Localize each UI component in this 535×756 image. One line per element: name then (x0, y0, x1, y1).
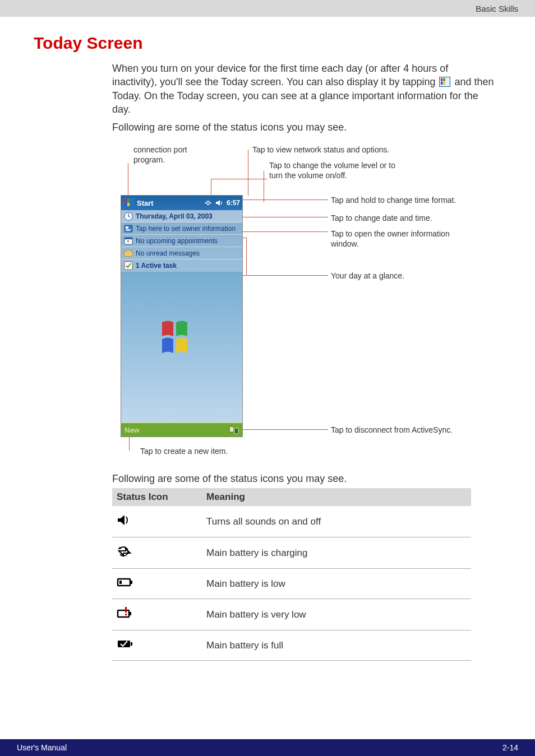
svg-rect-4 (126, 230, 130, 231)
svg-rect-6 (124, 238, 132, 239)
battery-charging-icon (112, 537, 202, 569)
clock-time[interactable]: 6:57 (227, 199, 240, 207)
callout-new-item: Tap to create a new item. (140, 447, 228, 456)
messages-text: No unread messages (136, 249, 200, 257)
header-bar: Basic Skills (0, 0, 535, 17)
tasks-icon (123, 261, 133, 271)
device-background (121, 272, 242, 401)
meaning-cell: Main battery is very low (202, 599, 471, 630)
activesync-icon[interactable] (229, 425, 239, 434)
footer-left: User's Manual (17, 743, 67, 752)
callout-activesync: Tap to disconnect from ActiveSync. (331, 425, 471, 435)
windows-flag-icon (439, 77, 450, 87)
svg-rect-14 (131, 581, 132, 584)
status-icons-intro: Following are some of the status icons y… (112, 120, 496, 134)
device-mockup: Start 6:57 Thursday, April 03, 2003 Tap (121, 196, 242, 437)
owner-info-row[interactable]: Tap here to set owner information (121, 222, 242, 235)
today-screen-diagram: connection port program. Tap to view net… (112, 145, 471, 462)
today-date-text: Thursday, April 03, 2003 (136, 212, 213, 220)
svg-rect-10 (229, 426, 234, 432)
callout-owner-info: Tap to open the owner information window… (331, 229, 471, 249)
page-title: Today Screen (34, 34, 535, 53)
footer-right: 2-14 (502, 743, 518, 752)
svg-rect-11 (234, 428, 238, 434)
start-flag-icon[interactable] (123, 198, 135, 208)
mail-icon (123, 248, 133, 258)
table-row: Main battery is low (112, 569, 471, 599)
table-row: Turns all sounds on and off (112, 506, 471, 537)
callout-volume: Tap to change the volume level or to tur… (269, 161, 398, 180)
callout-network-status: Tap to view network status and options. (252, 145, 398, 155)
meaning-cell: Main battery is full (202, 630, 471, 661)
messages-row[interactable]: No unread messages (121, 247, 242, 259)
owner-info-text: Tap here to set owner information (136, 225, 236, 233)
intro-paragraph: When you turn on your device for the fir… (112, 62, 496, 116)
owner-info-icon (123, 224, 133, 234)
svg-rect-3 (126, 229, 131, 230)
col-meaning: Meaning (202, 488, 471, 506)
svg-rect-20 (118, 641, 130, 647)
table-row: Main battery is charging (112, 537, 471, 569)
meaning-cell: Main battery is low (202, 569, 471, 599)
header-section: Basic Skills (476, 4, 518, 13)
status-icon-table: Status Icon Meaning Turns all sounds on … (112, 488, 471, 661)
svg-rect-7 (127, 240, 129, 242)
footer-bar: User's Manual 2-14 (0, 739, 535, 756)
device-title-bar[interactable]: Start 6:57 (121, 196, 242, 210)
speaker-icon (112, 506, 202, 537)
appointments-text: No upcoming appointments (136, 237, 218, 245)
battery-low-icon (112, 569, 202, 599)
battery-very-low-icon (112, 599, 202, 630)
windows-logo-large-icon (159, 317, 204, 356)
callout-date-time: Tap to change date and time. (331, 214, 471, 224)
col-status-icon: Status Icon (112, 488, 202, 506)
calendar-icon (123, 236, 133, 246)
svg-rect-15 (119, 581, 122, 584)
clock-icon (123, 211, 133, 221)
volume-icon[interactable] (215, 199, 223, 207)
table-row: Main battery is full (112, 630, 471, 661)
svg-rect-21 (131, 642, 132, 646)
meaning-cell: Turns all sounds on and off (202, 506, 471, 537)
tasks-text: 1 Active task (136, 262, 177, 270)
tasks-row[interactable]: 1 Active task (121, 259, 242, 272)
connection-icon[interactable] (204, 199, 212, 207)
svg-rect-19 (125, 614, 127, 615)
new-button[interactable]: New (124, 426, 140, 434)
svg-rect-17 (130, 612, 131, 615)
svg-rect-2 (126, 226, 128, 229)
callout-day-glance: Your day at a glance. (331, 271, 471, 281)
appointments-row[interactable]: No upcoming appointments (121, 235, 242, 247)
battery-full-icon (112, 630, 202, 661)
callout-connection-port: connection port program. (133, 145, 212, 165)
start-label[interactable]: Start (137, 199, 204, 207)
svg-rect-18 (125, 607, 127, 613)
intro-text-a: When you turn on your device for the fir… (112, 63, 448, 87)
table-row: Main battery is very low (112, 599, 471, 630)
table-intro: Following are some of the status icons y… (112, 473, 496, 485)
meaning-cell: Main battery is charging (202, 537, 471, 569)
callout-time-format: Tap and hold to change time format. (331, 196, 471, 206)
device-bottom-bar: New (121, 422, 242, 437)
today-date-row[interactable]: Thursday, April 03, 2003 (121, 210, 242, 222)
svg-rect-16 (118, 610, 129, 617)
